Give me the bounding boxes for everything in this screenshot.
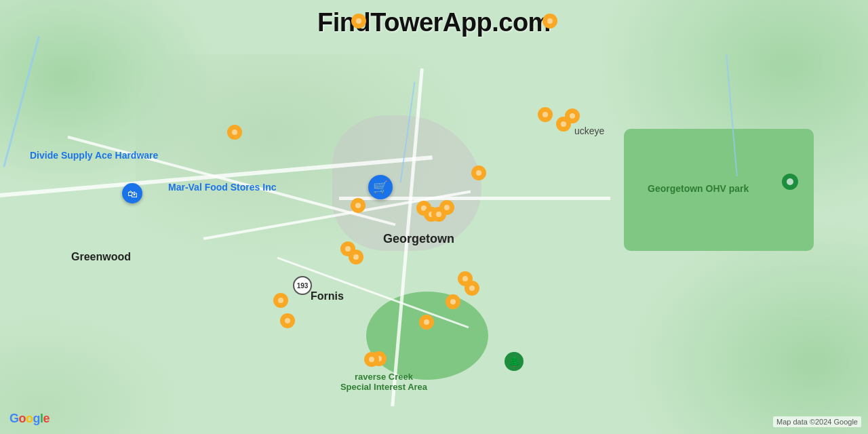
tower-marker[interactable]	[471, 165, 486, 184]
svg-point-37	[424, 319, 429, 325]
park-marker[interactable]	[782, 174, 798, 194]
tower-marker[interactable]	[419, 315, 434, 334]
tower-marker[interactable]	[446, 294, 460, 313]
svg-point-35	[285, 318, 290, 323]
svg-point-5	[542, 112, 548, 117]
svg-point-33	[278, 298, 283, 303]
tower-marker[interactable]	[351, 14, 366, 33]
label-divide-supply: Divide Supply Ace Hardware	[30, 149, 158, 161]
tower-marker[interactable]	[349, 250, 363, 269]
tower-marker[interactable]	[465, 281, 479, 300]
tower-marker-buckeye[interactable]	[556, 117, 571, 136]
store-marker[interactable]: 🛍	[122, 183, 142, 203]
svg-point-13	[355, 203, 361, 208]
svg-point-41	[787, 178, 793, 185]
label-marval: Mar-Val Food Stores Inc	[168, 182, 276, 193]
map-attribution: Map data ©2024 Google	[773, 416, 861, 427]
svg-point-29	[469, 285, 475, 291]
logo-e: e	[43, 412, 50, 426]
tower-marker[interactable]	[439, 200, 454, 219]
svg-point-11	[476, 170, 481, 176]
svg-point-21	[444, 205, 450, 210]
tower-marker[interactable]	[538, 107, 553, 126]
label-traverse-creek: raverse CreekSpecial Interest Area	[323, 372, 445, 392]
logo-g2: g	[33, 412, 41, 426]
selected-store-marker[interactable]: 🛒	[368, 175, 393, 199]
tower-marker[interactable]	[351, 198, 366, 217]
svg-point-9	[232, 130, 237, 135]
nature-marker[interactable]: 🌲	[505, 352, 524, 371]
svg-point-25	[353, 254, 359, 260]
logo-g: G	[9, 412, 19, 426]
tower-marker[interactable]	[273, 293, 288, 312]
svg-point-45	[369, 357, 374, 362]
tower-marker[interactable]	[227, 125, 242, 144]
svg-point-3	[547, 18, 553, 24]
tower-marker[interactable]	[542, 14, 557, 33]
tower-marker-traverse[interactable]	[364, 352, 379, 371]
logo-o1: o	[19, 412, 26, 426]
map-container[interactable]: FindTowerApp.com	[0, 0, 868, 434]
svg-point-43	[561, 121, 566, 127]
svg-point-1	[356, 18, 361, 24]
logo-o2: o	[26, 412, 33, 426]
svg-point-31	[450, 299, 456, 304]
route-badge-193: 193	[293, 276, 312, 295]
google-logo: Google	[9, 412, 50, 426]
label-georgetown-ohv: Georgetown OHV park	[648, 183, 749, 194]
tower-marker[interactable]	[280, 313, 295, 332]
